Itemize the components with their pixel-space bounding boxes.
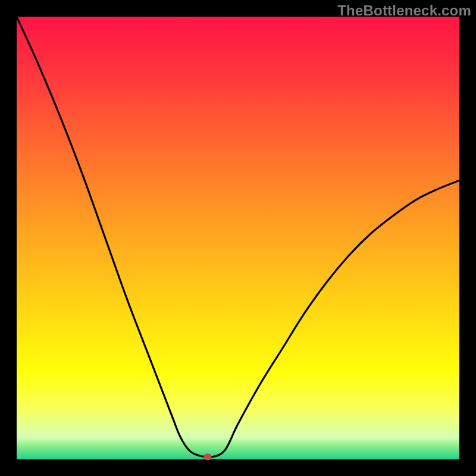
chart-frame: TheBottleneck.com bbox=[0, 0, 476, 476]
minimum-marker bbox=[204, 454, 212, 461]
watermark-text: TheBottleneck.com bbox=[337, 2, 471, 19]
plot-area bbox=[17, 17, 459, 459]
